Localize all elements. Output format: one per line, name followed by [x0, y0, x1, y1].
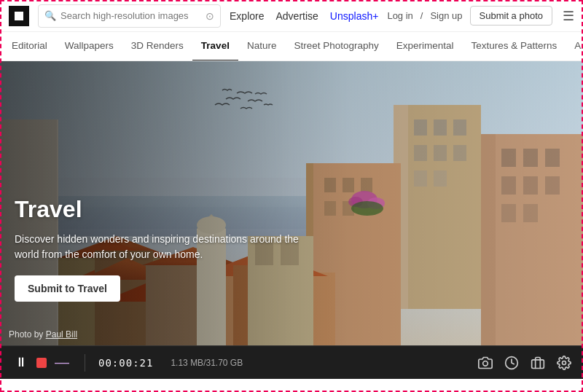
hero-section: Travel Discover hidden wonders and inspi… [0, 61, 583, 345]
logo[interactable] [9, 6, 29, 26]
bottom-toolbar: ⏸ — 00:00:21 1.13 MB/31.70 GB [0, 345, 583, 379]
hero-description: Discover hidden wonders and inspiring de… [15, 232, 321, 262]
stop-button[interactable] [36, 358, 47, 368]
explore-link[interactable]: Explore [230, 10, 264, 22]
search-input[interactable] [60, 10, 201, 21]
hero-title: Travel [15, 196, 321, 223]
signup-link[interactable]: Sign up [430, 10, 462, 21]
login-link[interactable]: Log in [387, 10, 412, 21]
nav-links: Explore Advertise Unsplash+ [230, 10, 378, 22]
svg-point-56 [483, 361, 488, 366]
submit-photo-button[interactable]: Submit a photo [470, 6, 552, 26]
hero-content: Travel Discover hidden wonders and inspi… [15, 196, 321, 302]
toolbar-divider [85, 354, 85, 372]
settings-toolbar-icon[interactable] [557, 356, 571, 370]
camera-search-icon[interactable]: ⊙ [206, 10, 214, 22]
history-toolbar-icon[interactable] [504, 356, 519, 370]
toolbar-controls: ⏸ — [12, 353, 71, 372]
tab-animals[interactable]: Animals [566, 32, 583, 61]
tab-nature[interactable]: Nature [238, 32, 286, 61]
tab-textures[interactable]: Textures & Patterns [463, 32, 566, 61]
advertise-link[interactable]: Advertise [276, 10, 318, 22]
briefcase-toolbar-icon[interactable] [531, 356, 545, 370]
toolbar-file-size: 1.13 MB/31.70 GB [171, 358, 243, 368]
svg-point-59 [563, 361, 566, 364]
header: 🔍 ⊙ Explore Advertise Unsplash+ Log in /… [0, 0, 583, 32]
nav-tabs: Editorial Wallpapers 3D Renders Travel N… [0, 32, 583, 61]
photo-credit: Photo by Paul Bill [9, 329, 77, 340]
header-right: Log in / Sign up Submit a photo ☰ [387, 6, 574, 26]
tab-3d-renders[interactable]: 3D Renders [122, 32, 192, 61]
hero-submit-button[interactable]: Submit to Travel [15, 275, 120, 302]
search-bar[interactable]: 🔍 ⊙ [38, 4, 221, 28]
photographer-link[interactable]: Paul Bill [46, 329, 77, 340]
toolbar-right-icons [478, 356, 571, 370]
hero-cta-topic: Travel [77, 283, 106, 294]
tab-editorial[interactable]: Editorial [9, 32, 56, 61]
toolbar-time: 00:00:21 [98, 357, 153, 369]
photo-credit-prefix: Photo by [9, 329, 46, 340]
tab-wallpapers[interactable]: Wallpapers [56, 32, 122, 61]
logo-mark [15, 12, 23, 20]
menu-icon[interactable]: ☰ [563, 8, 574, 24]
hero-cta-prefix: Submit to [28, 283, 77, 294]
unsplash-plus-link[interactable]: Unsplash+ [330, 10, 379, 22]
tab-street-photography[interactable]: Street Photography [285, 32, 387, 61]
tab-travel[interactable]: Travel [192, 32, 238, 61]
pause-button[interactable]: ⏸ [12, 353, 31, 372]
svg-rect-58 [532, 359, 544, 368]
auth-separator: / [420, 10, 423, 21]
camera-toolbar-icon[interactable] [478, 356, 493, 370]
search-icon: 🔍 [44, 10, 56, 21]
tab-experimental[interactable]: Experimental [388, 32, 463, 61]
minus-button[interactable]: — [52, 353, 71, 372]
